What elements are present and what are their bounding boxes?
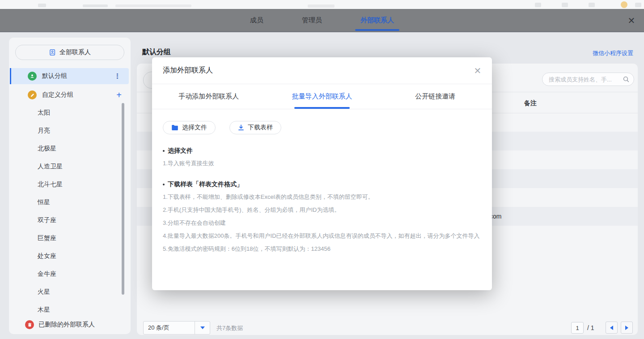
add-group-icon[interactable]: + [116, 90, 122, 100]
ghost-avatar [621, 1, 627, 8]
group-sidebar: 全部联系人 默认分组 ⋮ 自定义分组 + 太阳 月亮 北极星 人造卫星 北斗七星… [9, 38, 131, 334]
column-header-remark: 备注 [524, 99, 537, 107]
sidebar-item-group[interactable]: 木星 [9, 301, 121, 319]
section-title-template-format: 下载样表「样表文件格式」 [163, 180, 481, 189]
add-external-contact-modal: 添加外部联系人 ✕ 手动添加外部联系人 批量导入外部联系人 公开链接邀请 选择文… [152, 57, 492, 290]
page-size-select[interactable]: 20 条/页 [143, 321, 210, 335]
sidebar-item-label: 默认分组 [42, 72, 67, 80]
tab-batch-import[interactable]: 批量导入外部联系人 [265, 84, 378, 109]
tab-members[interactable]: 成员 [250, 9, 263, 32]
instruction-line: 3.分组不存在会自动创建 [163, 219, 481, 227]
tab-public-link-invite[interactable]: 公开链接邀请 [379, 84, 492, 109]
next-page-button[interactable] [621, 322, 633, 334]
sidebar-item-group[interactable]: 巨蟹座 [9, 229, 121, 247]
all-contacts-label: 全部联系人 [59, 48, 91, 56]
section-title-choose-file: 选择文件 [163, 147, 481, 155]
sidebar-item-custom-group[interactable]: 自定义分组 + [10, 87, 129, 103]
modal-body: 选择文件 下载表样 选择文件 1.导入账号直接生效 下载样表「样表文件格式」 1… [152, 109, 492, 253]
sidebar-item-group[interactable]: 太阳 [9, 104, 121, 122]
sidebar-item-group[interactable]: 火星 [9, 283, 121, 301]
modal-header: 添加外部联系人 ✕ [152, 57, 492, 84]
sidebar-scrollbar[interactable] [122, 103, 124, 295]
contacts-book-icon [49, 49, 56, 56]
sidebar-item-group[interactable]: 恒星 [9, 193, 121, 211]
ghost-icon [589, 3, 595, 7]
tab-admins[interactable]: 管理员 [302, 9, 322, 32]
download-template-button[interactable]: 下载表样 [229, 121, 281, 134]
chevron-down-icon [195, 322, 210, 334]
trash-icon [25, 320, 34, 329]
sidebar-item-default-group[interactable]: 默认分组 ⋮ [10, 68, 129, 84]
sidebar-item-label: 自定义分组 [42, 91, 73, 99]
folder-icon [171, 124, 178, 131]
choose-file-label: 选择文件 [182, 124, 207, 132]
pencil-icon [28, 90, 37, 99]
ghost-text [308, 4, 335, 8]
ghost-icon [38, 4, 46, 7]
ghost-text [83, 4, 108, 7]
tab-external-contacts[interactable]: 外部联系人 [360, 9, 394, 32]
contacts-dialog-header: 成员 管理员 外部联系人 ✕ [0, 9, 644, 32]
ghost-icon [535, 3, 541, 7]
sidebar-item-group[interactable]: 北斗七星 [9, 176, 121, 193]
search-icon[interactable] [623, 76, 630, 85]
close-icon[interactable]: ✕ [626, 15, 637, 26]
instruction-line: 1.导入账号直接生效 [163, 159, 481, 168]
current-page-input[interactable]: 1 [571, 322, 584, 334]
sidebar-item-group[interactable]: 人造卫星 [9, 158, 121, 176]
ghost-text [115, 4, 191, 7]
instruction-line: 2.手机(只支持中国大陆手机号)、姓名、分组为必填，用户ID为选填。 [163, 206, 481, 215]
ghost-icon [635, 3, 641, 7]
page-title: 默认分组 [142, 47, 171, 57]
close-icon[interactable]: ✕ [472, 65, 483, 76]
total-pages-label: / 1 [587, 324, 594, 331]
sidebar-item-group[interactable]: 处女座 [9, 247, 121, 265]
sidebar-item-group[interactable]: 双子座 [9, 211, 121, 229]
ghost-icon [562, 3, 568, 7]
download-template-label: 下载表样 [248, 124, 273, 132]
instruction-line: 5.免激活模式的密码规则：6位到18位，不填写则默认为：123456 [163, 245, 481, 253]
sidebar-item-group[interactable]: 月亮 [9, 122, 121, 140]
sidebar-item-group[interactable]: 金牛座 [9, 265, 121, 283]
modal-title: 添加外部联系人 [163, 66, 213, 75]
tab-manual-add[interactable]: 手动添加外部联系人 [152, 84, 265, 109]
sidebar-item-group[interactable]: 北极星 [9, 140, 121, 158]
search-input-wrapper [542, 73, 634, 86]
download-icon [238, 124, 244, 131]
all-contacts-button[interactable]: 全部联系人 [15, 45, 124, 60]
header-tabs: 成员 管理员 外部联系人 [0, 9, 644, 31]
wechat-miniprogram-settings-link[interactable]: 微信小程序设置 [593, 49, 633, 57]
more-options-icon[interactable]: ⋮ [114, 75, 121, 77]
deleted-contacts-label: 已删除的外部联系人 [38, 321, 95, 329]
instruction-line: 4.批量导入最大数据200条。手机号和用户ID已经在外部联系人内或信息有误的成员… [163, 232, 481, 240]
person-icon [28, 72, 37, 81]
search-input[interactable] [549, 76, 620, 83]
instruction-line: 1.下载表样，不能增加、删除或修改本Excel表的成员信息类别，不填的留空即可。 [163, 193, 481, 202]
underlying-page-strip [0, 0, 644, 9]
modal-tabs: 手动添加外部联系人 批量导入外部联系人 公开链接邀请 [152, 84, 492, 109]
arrow-left-icon [610, 326, 613, 330]
prev-page-button[interactable] [606, 322, 618, 334]
arrow-right-icon [625, 326, 628, 330]
page-size-value: 20 条/页 [144, 324, 195, 332]
sidebar-item-deleted-contacts[interactable]: 已删除的外部联系人 [9, 317, 131, 333]
choose-file-button[interactable]: 选择文件 [163, 121, 216, 134]
total-count-label: 共7条数据 [216, 324, 243, 332]
